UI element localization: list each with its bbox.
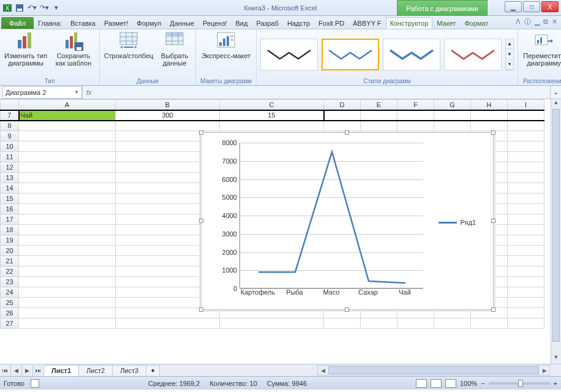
- cell-F27[interactable]: [397, 318, 434, 329]
- cell-G7[interactable]: [434, 110, 471, 121]
- sheet-nav-first[interactable]: ⏮: [0, 365, 11, 376]
- row-header-8[interactable]: 8: [1, 121, 19, 131]
- cell-I20[interactable]: [508, 246, 544, 256]
- resize-handle-sw[interactable]: [199, 307, 203, 312]
- tab-abbyy[interactable]: ABBYY F: [348, 17, 385, 29]
- row-header-18[interactable]: 18: [1, 225, 19, 235]
- cell-H7[interactable]: [471, 110, 508, 121]
- resize-handle-se[interactable]: [491, 307, 495, 312]
- close-button[interactable]: X: [541, 1, 559, 12]
- scroll-thumb[interactable]: [552, 109, 560, 342]
- help-icon[interactable]: ⓘ: [524, 17, 531, 26]
- embedded-chart[interactable]: 010002000300040005000600070008000 Картоф…: [201, 132, 494, 310]
- cell-A9[interactable]: [19, 131, 116, 141]
- cell-I19[interactable]: [508, 235, 544, 246]
- view-page-break-icon[interactable]: [445, 379, 456, 388]
- cell-F8[interactable]: [397, 121, 434, 131]
- fx-icon[interactable]: fx: [86, 89, 92, 96]
- cell-A21[interactable]: [19, 256, 116, 266]
- inner-restore-icon[interactable]: ⧉: [543, 18, 548, 26]
- col-G[interactable]: G: [434, 100, 471, 110]
- cell-I17[interactable]: [508, 214, 544, 225]
- col-A[interactable]: A: [19, 100, 116, 110]
- row-header-10[interactable]: 10: [1, 141, 19, 152]
- cell-H27[interactable]: [471, 318, 508, 329]
- zoom-slider[interactable]: [489, 382, 550, 385]
- cell-G8[interactable]: [434, 121, 471, 131]
- tab-view[interactable]: Вид: [232, 17, 252, 29]
- zoom-out-button[interactable]: −: [481, 380, 484, 387]
- formula-bar[interactable]: fx: [82, 86, 550, 99]
- col-B[interactable]: B: [116, 100, 220, 110]
- worksheet-grid[interactable]: A B C D E F G H I 7 Чай 300 15 891011121…: [0, 99, 561, 364]
- zoom-level[interactable]: 100%: [460, 380, 477, 387]
- cell-A18[interactable]: [19, 225, 116, 235]
- view-page-layout-icon[interactable]: [431, 379, 442, 388]
- cell-I21[interactable]: [508, 256, 544, 266]
- hscroll-right-button[interactable]: ▶: [540, 368, 549, 374]
- save-template-button[interactable]: Сохранить как шаблон: [51, 31, 96, 67]
- cell-I12[interactable]: [508, 162, 544, 173]
- resize-handle-nw[interactable]: [199, 130, 203, 135]
- row-header-7[interactable]: 7: [1, 110, 19, 121]
- qat-more-icon[interactable]: ▾: [51, 3, 61, 13]
- row-header-13[interactable]: 13: [1, 173, 19, 183]
- cell-A15[interactable]: [19, 194, 116, 204]
- cell-I25[interactable]: [508, 298, 544, 308]
- tab-data[interactable]: Данные: [165, 17, 198, 29]
- cell-D8[interactable]: [324, 121, 361, 131]
- save-icon[interactable]: [15, 3, 24, 13]
- cell-I24[interactable]: [508, 287, 544, 298]
- cell-A27[interactable]: [19, 318, 116, 329]
- sheet-tab-1[interactable]: Лист1: [43, 365, 79, 376]
- cell-A13[interactable]: [19, 173, 116, 183]
- cell-I14[interactable]: [508, 183, 544, 194]
- undo-icon[interactable]: ↶▾: [27, 3, 37, 13]
- row-header-27[interactable]: 27: [1, 318, 19, 329]
- tab-addins[interactable]: Надстр: [283, 17, 314, 29]
- cell-E27[interactable]: [361, 318, 397, 329]
- cell-I18[interactable]: [508, 225, 544, 235]
- tab-file[interactable]: Файл: [1, 17, 34, 29]
- chart-style-1[interactable]: [260, 39, 318, 70]
- name-box[interactable]: Диаграмма 2 ▼: [2, 86, 82, 99]
- minimize-button[interactable]: ▁: [505, 1, 522, 12]
- resize-handle-w[interactable]: [199, 219, 203, 223]
- col-D[interactable]: D: [324, 100, 361, 110]
- plot-area[interactable]: [239, 143, 423, 288]
- tab-insert[interactable]: Вставка: [66, 17, 100, 29]
- row-header-25[interactable]: 25: [1, 298, 19, 308]
- row-header-17[interactable]: 17: [1, 214, 19, 225]
- sheet-nav-next[interactable]: ▶: [22, 365, 33, 376]
- row-header-15[interactable]: 15: [1, 194, 19, 204]
- column-headers[interactable]: A B C D E F G H I: [1, 100, 544, 110]
- vertical-scrollbar[interactable]: ▲ ▼: [551, 99, 561, 364]
- select-data-button[interactable]: Выбрать данные: [157, 31, 192, 67]
- tab-foxit[interactable]: Foxit PD: [314, 17, 348, 29]
- tab-chart-design[interactable]: Конструктор: [386, 17, 433, 29]
- change-chart-type-button[interactable]: Изменить тип диаграммы: [4, 31, 48, 67]
- chart-style-3[interactable]: [383, 39, 440, 70]
- row-header-16[interactable]: 16: [1, 204, 19, 214]
- cell-I27[interactable]: [508, 318, 544, 329]
- cell-A10[interactable]: [19, 141, 116, 152]
- cell-E7[interactable]: [361, 110, 397, 121]
- cell-I23[interactable]: [508, 277, 544, 287]
- scroll-up-button[interactable]: ▲: [551, 99, 561, 109]
- cell-I26[interactable]: [508, 308, 544, 318]
- cell-I16[interactable]: [508, 204, 544, 214]
- col-F[interactable]: F: [397, 100, 434, 110]
- col-C[interactable]: C: [220, 100, 324, 110]
- cell-A17[interactable]: [19, 214, 116, 225]
- row-header-21[interactable]: 21: [1, 256, 19, 266]
- tab-developer[interactable]: Разраб: [252, 17, 283, 29]
- resize-handle-n[interactable]: [345, 130, 349, 135]
- chart-style-4[interactable]: [444, 39, 502, 70]
- col-E[interactable]: E: [361, 100, 397, 110]
- cell-F7[interactable]: [397, 110, 434, 121]
- switch-row-col-button[interactable]: Строка/столбец: [104, 31, 154, 59]
- resize-handle-e[interactable]: [491, 219, 495, 223]
- cell-E8[interactable]: [361, 121, 397, 131]
- row-header-11[interactable]: 11: [1, 152, 19, 162]
- ribbon-minimize-icon[interactable]: ᐱ: [516, 18, 521, 26]
